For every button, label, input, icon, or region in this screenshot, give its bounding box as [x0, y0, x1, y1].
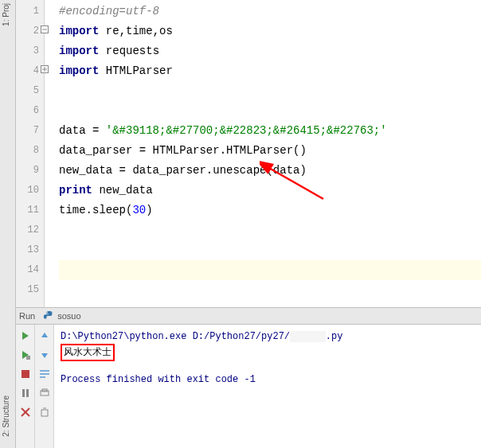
gutter: 1 2 3 4 5 6 7 8 9 10 11 12 13 14 15	[16, 0, 45, 307]
gutter-line: 2	[16, 21, 39, 41]
structure-tool-tab[interactable]: 2: Structure	[0, 392, 12, 440]
svg-point-6	[47, 312, 48, 313]
console-area: D:\Python27\python.exe D:/Python27/py27/…	[16, 325, 481, 448]
code-line	[59, 280, 481, 300]
close-button[interactable]	[19, 406, 32, 419]
gutter-line: 9	[16, 161, 39, 181]
console-output[interactable]: D:\Python27\python.exe D:/Python27/py27/…	[54, 325, 481, 448]
highlighted-output: 风水大术士	[61, 344, 115, 361]
gutter-line: 7	[16, 121, 39, 141]
gutter-line: 6	[16, 101, 39, 121]
left-sidebar: 1: Proj 2: Structure	[0, 0, 16, 448]
clear-button[interactable]	[38, 406, 51, 419]
console-output-line: 风水大术士	[61, 344, 475, 361]
gutter-line: 4	[16, 61, 39, 81]
scroll-up-button[interactable]	[38, 329, 51, 342]
gutter-line: 12	[16, 220, 39, 240]
print-button[interactable]	[38, 387, 51, 399]
code-line: data = '&#39118;&#27700;&#22823;&#26415;…	[59, 121, 481, 141]
editor-area: 1 2 3 4 5 6 7 8 9 10 11 12 13 14 15 #enc…	[16, 0, 481, 307]
redacted-text	[290, 331, 326, 342]
code-line	[59, 81, 481, 101]
svg-rect-7	[26, 356, 30, 360]
current-line	[59, 260, 481, 280]
code-line: new_data = data_parser.unescape(data)	[59, 161, 481, 181]
svg-rect-10	[26, 389, 29, 397]
scroll-down-button[interactable]	[38, 349, 51, 361]
run-config-name: sosuo	[57, 311, 80, 321]
code-line: print new_data	[59, 181, 481, 201]
pause-button[interactable]	[19, 387, 32, 399]
gutter-line: 13	[16, 240, 39, 260]
structure-tab-label: 2: Structure	[2, 395, 10, 437]
run-config-selector[interactable]: sosuo	[43, 310, 80, 321]
code-line	[59, 240, 481, 260]
code-line: import re,time,os	[59, 21, 481, 41]
run-toolbar: Run sosuo	[16, 307, 481, 325]
rerun-button[interactable]	[19, 329, 32, 342]
code-area[interactable]: #encoding=utf-8 import re,time,os import…	[45, 0, 481, 307]
gutter-line: 1	[16, 2, 39, 21]
svg-rect-8	[22, 370, 29, 378]
code-line: #encoding=utf-8	[59, 2, 481, 21]
gutter-line: 5	[16, 81, 39, 101]
gutter-line: 3	[16, 41, 39, 61]
code-line: time.sleep(30)	[59, 201, 481, 220]
rerun-debug-button[interactable]	[19, 349, 32, 361]
stop-button[interactable]	[19, 368, 32, 380]
svg-rect-18	[41, 410, 48, 416]
svg-rect-9	[22, 389, 25, 397]
gutter-line: 14	[16, 260, 39, 280]
code-line	[59, 220, 481, 240]
gutter-line: 11	[16, 201, 39, 220]
run-label: Run	[19, 311, 35, 321]
code-line: import requests	[59, 41, 481, 61]
code-line: import HTMLParser	[59, 61, 481, 81]
console-exit-line: Process finished with exit code -1	[61, 372, 475, 387]
python-icon	[43, 310, 54, 321]
gutter-line: 10	[16, 181, 39, 201]
soft-wrap-button[interactable]	[38, 368, 51, 380]
console-toolbar-secondary	[35, 325, 54, 448]
project-tab-label: 1: Proj	[2, 3, 10, 26]
console-toolbar-primary	[16, 325, 35, 448]
gutter-line: 8	[16, 141, 39, 161]
gutter-line: 15	[16, 280, 39, 300]
console-command-line: D:\Python27\python.exe D:/Python27/py27/…	[61, 329, 475, 344]
code-line: data_parser = HTMLParser.HTMLParser()	[59, 141, 481, 161]
project-tool-tab[interactable]: 1: Proj	[0, 0, 12, 29]
code-line	[59, 101, 481, 121]
